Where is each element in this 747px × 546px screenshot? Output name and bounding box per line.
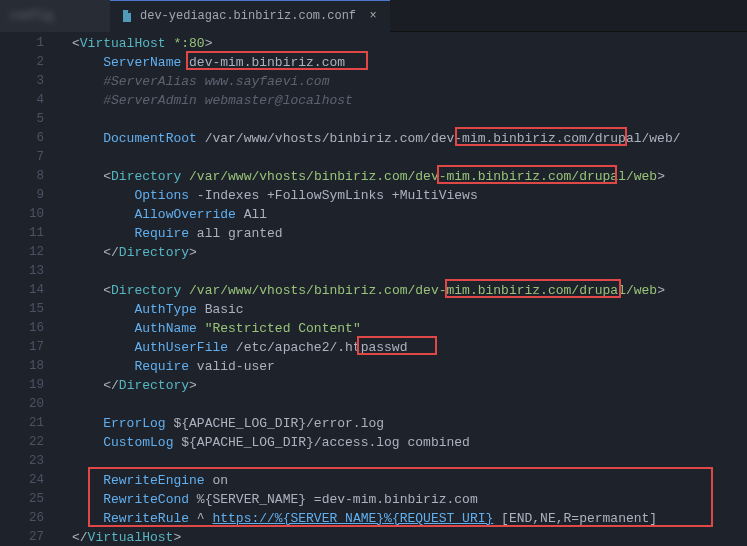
- code-line[interactable]: <Directory /var/www/vhosts/binbiriz.com/…: [56, 167, 747, 186]
- code-line[interactable]: Options -Indexes +FollowSymLinks +MultiV…: [56, 186, 747, 205]
- line-number: 7: [0, 148, 56, 167]
- code-line[interactable]: RewriteCond %{SERVER_NAME} =dev-mim.binb…: [56, 490, 747, 509]
- close-icon[interactable]: ×: [366, 9, 380, 23]
- line-number: 16: [0, 319, 56, 338]
- code-line[interactable]: AuthName "Restricted Content": [56, 319, 747, 338]
- line-number: 11: [0, 224, 56, 243]
- code-line[interactable]: DocumentRoot /var/www/vhosts/binbiriz.co…: [56, 129, 747, 148]
- code-line[interactable]: Require valid-user: [56, 357, 747, 376]
- tab-filename: dev-yediagac.binbiriz.com.conf: [140, 9, 356, 23]
- tab-bar: config dev-yediagac.binbiriz.com.conf ×: [0, 0, 747, 32]
- code-line[interactable]: ErrorLog ${APACHE_LOG_DIR}/error.log: [56, 414, 747, 433]
- line-number: 21: [0, 414, 56, 433]
- tab-inactive[interactable]: config: [0, 0, 110, 32]
- line-number: 9: [0, 186, 56, 205]
- line-number: 14: [0, 281, 56, 300]
- editor: 1234567891011121314151617181920212223242…: [0, 32, 747, 546]
- code-line[interactable]: </Directory>: [56, 243, 747, 262]
- line-number: 10: [0, 205, 56, 224]
- line-number: 12: [0, 243, 56, 262]
- code-line[interactable]: [56, 148, 747, 167]
- code-line[interactable]: AllowOverride All: [56, 205, 747, 224]
- line-number: 25: [0, 490, 56, 509]
- code-line[interactable]: <Directory /var/www/vhosts/binbiriz.com/…: [56, 281, 747, 300]
- line-number: 2: [0, 53, 56, 72]
- line-number: 6: [0, 129, 56, 148]
- line-number: 15: [0, 300, 56, 319]
- code-line[interactable]: Require all granted: [56, 224, 747, 243]
- code-line[interactable]: [56, 262, 747, 281]
- code-line[interactable]: [56, 110, 747, 129]
- line-number: 22: [0, 433, 56, 452]
- line-number: 24: [0, 471, 56, 490]
- line-number: 13: [0, 262, 56, 281]
- code-line[interactable]: [56, 395, 747, 414]
- code-line[interactable]: [56, 452, 747, 471]
- line-number: 18: [0, 357, 56, 376]
- line-number: 19: [0, 376, 56, 395]
- line-number: 3: [0, 72, 56, 91]
- line-gutter: 1234567891011121314151617181920212223242…: [0, 32, 56, 546]
- line-number: 4: [0, 91, 56, 110]
- code-line[interactable]: </Directory>: [56, 376, 747, 395]
- code-line[interactable]: RewriteRule ^ https://%{SERVER_NAME}%{RE…: [56, 509, 747, 528]
- line-number: 20: [0, 395, 56, 414]
- code-line[interactable]: AuthType Basic: [56, 300, 747, 319]
- line-number: 1: [0, 34, 56, 53]
- code-line[interactable]: <VirtualHost *:80>: [56, 34, 747, 53]
- code-line[interactable]: #ServerAdmin webmaster@localhost: [56, 91, 747, 110]
- line-number: 23: [0, 452, 56, 471]
- line-number: 17: [0, 338, 56, 357]
- line-number: 8: [0, 167, 56, 186]
- code-line[interactable]: RewriteEngine on: [56, 471, 747, 490]
- line-number: 26: [0, 509, 56, 528]
- line-number: 27: [0, 528, 56, 546]
- tab-label: config: [10, 9, 53, 23]
- tab-active[interactable]: dev-yediagac.binbiriz.com.conf ×: [110, 0, 390, 32]
- code-line[interactable]: AuthUserFile /etc/apache2/.htpasswd: [56, 338, 747, 357]
- code-area[interactable]: <VirtualHost *:80> ServerName dev-mim.bi…: [56, 32, 747, 546]
- line-number: 5: [0, 110, 56, 129]
- code-line[interactable]: ServerName dev-mim.binbiriz.com: [56, 53, 747, 72]
- file-icon: [120, 9, 134, 23]
- code-line[interactable]: </VirtualHost>: [56, 528, 747, 546]
- code-line[interactable]: CustomLog ${APACHE_LOG_DIR}/access.log c…: [56, 433, 747, 452]
- code-line[interactable]: #ServerAlias www.sayfaevi.com: [56, 72, 747, 91]
